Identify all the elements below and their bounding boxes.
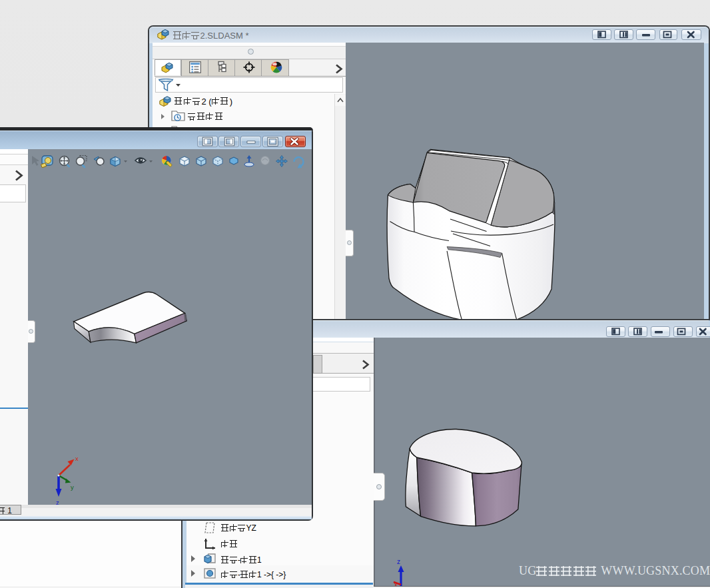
- svg-text:y: y: [71, 483, 74, 491]
- svg-text:z: z: [397, 558, 400, 565]
- svg-text:x: x: [75, 455, 79, 462]
